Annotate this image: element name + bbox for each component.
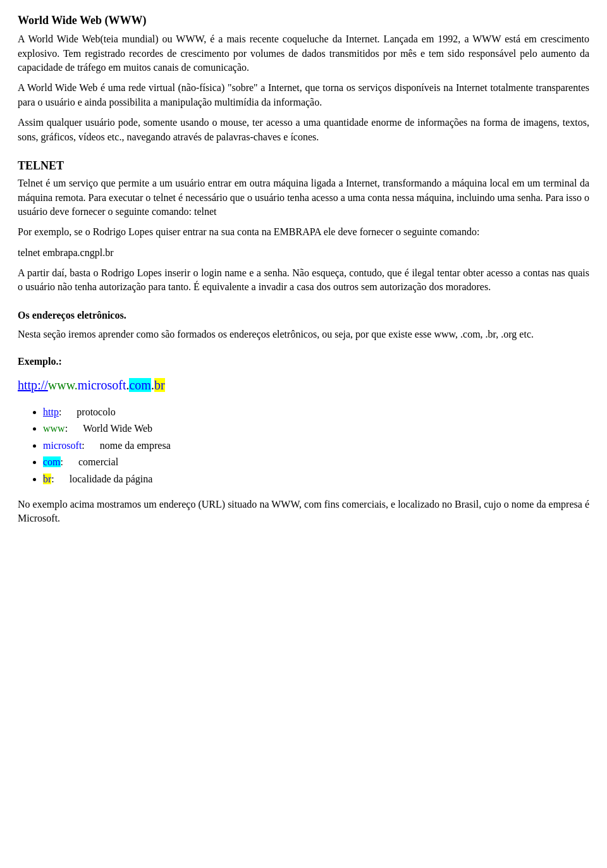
page-title: World Wide Web (WWW) xyxy=(18,13,589,28)
bullet-microsoft: microsoft: nome da empresa xyxy=(43,439,589,453)
url-bullet-list: http: protocolo www: World Wide Web micr… xyxy=(43,405,589,486)
bullet-http-desc: protocolo xyxy=(77,405,115,419)
bullet-com-label: com xyxy=(43,456,61,467)
telnet-command: telnet embrapa.cngpl.br xyxy=(18,246,589,260)
bullet-www-label: www xyxy=(43,423,65,434)
url-colon-slash: :// xyxy=(37,378,48,392)
bullet-com-desc: comercial xyxy=(78,455,118,469)
paragraph-3: Assim qualquer usuário pode, somente usa… xyxy=(18,116,589,144)
bullet-www-desc: World Wide Web xyxy=(83,422,152,436)
bullet-microsoft-colon: : xyxy=(82,440,84,451)
telnet-paragraph-1: Telnet é um serviço que permite a um usu… xyxy=(18,176,589,219)
telnet-paragraph-2: Por exemplo, se o Rodrigo Lopes quiser e… xyxy=(18,225,589,239)
example-label: Exemplo.: xyxy=(18,355,589,369)
paragraph-1: A World Wide Web(teia mundial) ou WWW, é… xyxy=(18,32,589,75)
title-text: World Wide Web (WWW) xyxy=(18,14,147,27)
bullet-microsoft-desc: nome da empresa xyxy=(100,439,171,453)
bullet-http-label: http xyxy=(43,406,59,417)
paragraph-2: A World Wide Web é uma rede virtual (não… xyxy=(18,81,589,109)
url-microsoft-part: microsoft xyxy=(78,378,126,392)
bullet-www-colon: : xyxy=(65,423,68,434)
bullet-br-label: br xyxy=(43,474,51,484)
page-container: World Wide Web (WWW) A World Wide Web(te… xyxy=(18,13,589,526)
wwww-section: World Wide Web (WWW) A World Wide Web(te… xyxy=(18,13,589,144)
bullet-br-colon: : xyxy=(51,474,54,484)
bullet-microsoft-label: microsoft xyxy=(43,440,82,451)
url-http-part: http xyxy=(18,378,37,392)
url-com-part: com xyxy=(129,378,150,392)
telnet-title: TELNET xyxy=(18,158,589,174)
electronic-addresses-heading: Os endereços eletrônicos. xyxy=(18,309,589,322)
telnet-paragraph-3: A partir daí, basta o Rodrigo Lopes inse… xyxy=(18,266,589,295)
url-br-part: br xyxy=(154,378,165,392)
bullet-http: http: protocolo xyxy=(43,405,589,419)
bullet-br: br: localidade da página xyxy=(43,472,589,486)
telnet-section: TELNET Telnet é um serviço que permite a… xyxy=(18,158,589,295)
url-example: http://www.microsoft.com.br xyxy=(18,376,589,394)
bullet-com-colon: : xyxy=(61,456,63,467)
url-www-part: www. xyxy=(48,378,78,392)
bullet-http-colon: : xyxy=(59,406,61,417)
example-section: Exemplo.: http://www.microsoft.com.br ht… xyxy=(18,355,589,486)
electronic-addresses-section: Os endereços eletrônicos. Nesta seção ir… xyxy=(18,309,589,342)
bullet-www: www: World Wide Web xyxy=(43,422,589,436)
electronic-addresses-paragraph: Nesta seção iremos aprender como são for… xyxy=(18,327,589,341)
final-paragraph: No exemplo acima mostramos um endereço (… xyxy=(18,498,589,526)
bullet-br-desc: localidade da página xyxy=(70,472,153,486)
bullet-com: com: comercial xyxy=(43,455,589,469)
